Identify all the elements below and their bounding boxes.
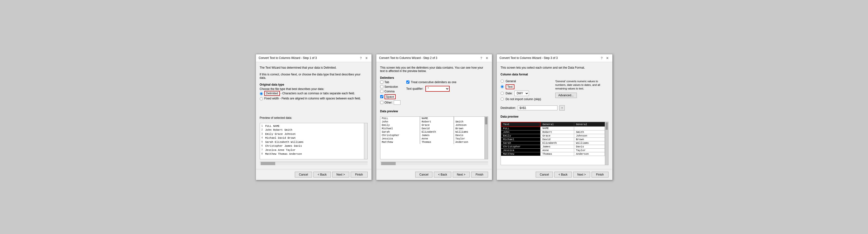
step3-back-button[interactable]: < Back xyxy=(554,172,571,178)
step3-skip-row: Do not import column (skip) xyxy=(501,98,541,101)
step1-fixed-item: Fixed width - Fields are aligned in colu… xyxy=(260,97,368,100)
step1-delimited-radio[interactable] xyxy=(260,92,263,95)
step1-back-button[interactable]: < Back xyxy=(313,172,331,178)
step1-original-data-section: Original data type Choose the file type … xyxy=(260,83,368,100)
step3-dialog: Convert Text to Columns Wizard - Step 3 … xyxy=(497,54,613,180)
step3-general-radio[interactable] xyxy=(501,80,504,83)
step3-destination-label: Destination: xyxy=(501,106,516,110)
step3-format-layout: General Text Date: DMY MDY YMD xyxy=(501,80,609,101)
preview-row-7: 7 Jessica Anne Taylor xyxy=(261,148,363,152)
table-row: Michael David Brown xyxy=(501,137,605,141)
step2-close-button[interactable]: ✕ xyxy=(485,56,489,60)
step1-fixed-label: Fixed width xyxy=(264,97,279,100)
step1-footer: Cancel < Back Next > Finish xyxy=(256,169,371,180)
step1-body: The Text Wizard has determined that your… xyxy=(256,62,371,169)
step2-comma-checkbox[interactable] xyxy=(380,90,383,93)
table-row: Emily Grace Johnson xyxy=(380,124,485,127)
step2-next-button[interactable]: Next > xyxy=(453,172,470,178)
step3-general-row: General xyxy=(501,80,541,83)
step2-cancel-button[interactable]: Cancel xyxy=(415,172,432,178)
table-row: Matthew Thomas Anderson xyxy=(380,140,485,144)
step2-other-checkbox[interactable] xyxy=(380,101,383,104)
step2-intro: This screen lets you set the delimiters … xyxy=(380,66,488,73)
step3-title: Convert Text to Columns Wizard - Step 3 … xyxy=(500,56,558,60)
step1-fixed-radio[interactable] xyxy=(260,97,263,100)
step2-preview-container: FULL NAME John Robert Smith Emily Grace xyxy=(380,116,488,159)
step2-back-button[interactable]: < Back xyxy=(434,172,451,178)
step2-qualifier-label: Text qualifier: xyxy=(406,87,424,90)
step2-tab-label: Tab xyxy=(384,80,389,84)
step1-fixed-label-wrap: Fixed width - Fields are aligned in colu… xyxy=(264,97,361,100)
table-row: Christopher James Davis xyxy=(501,145,605,148)
step2-semicolon-item: Semicolon xyxy=(380,85,401,88)
step3-date-radio[interactable] xyxy=(501,92,504,95)
table-row: Jessica Anne Taylor xyxy=(380,137,485,140)
table-row: Matthew Thomas Anderson xyxy=(501,152,605,156)
preview-row-4: 4 Michael David Brown xyxy=(261,136,363,140)
step3-finish-button[interactable]: Finish xyxy=(592,172,609,178)
step3-scroll-thumb xyxy=(606,123,608,130)
step3-destination-arrow-button[interactable]: ↑ xyxy=(559,105,565,110)
step3-general-desc: 'General' converts numeric values to num… xyxy=(555,80,609,91)
step1-close-button[interactable]: ✕ xyxy=(365,56,369,60)
step3-advanced-button[interactable]: Advanced... xyxy=(555,93,577,98)
step2-titlebar: Convert Text to Columns Wizard - Step 2 … xyxy=(376,54,492,62)
step3-close-button[interactable]: ✕ xyxy=(606,56,610,60)
step3-skip-radio[interactable] xyxy=(501,98,504,101)
table-row: Christopher James Davis xyxy=(380,134,485,137)
step1-help-button[interactable]: ? xyxy=(359,56,362,60)
step2-other-label: Other: xyxy=(384,101,393,104)
step2-other-input[interactable] xyxy=(394,100,401,105)
step2-delimiters-label: Delimiters xyxy=(380,76,488,80)
step2-semicolon-label: Semicolon xyxy=(384,85,398,88)
step1-delimited-label: Delimited xyxy=(264,91,280,96)
step2-hscroll-thumb xyxy=(381,162,396,165)
step1-finish-button[interactable]: Finish xyxy=(351,172,368,178)
step2-consecutive-label: Treat consecutive delimiters as one xyxy=(411,80,456,84)
step2-tab-checkbox[interactable] xyxy=(380,80,383,84)
step2-consecutive-row: Treat consecutive delimiters as one xyxy=(406,80,456,84)
step2-dialog: Convert Text to Columns Wizard - Step 2 … xyxy=(376,54,492,180)
step2-help-button[interactable]: ? xyxy=(479,56,483,60)
step3-next-button[interactable]: Next > xyxy=(573,172,590,178)
step2-finish-button[interactable]: Finish xyxy=(471,172,488,178)
step1-scrollbar[interactable] xyxy=(364,123,367,159)
step3-cancel-button[interactable]: Cancel xyxy=(536,172,553,178)
step2-space-checkbox[interactable] xyxy=(380,95,383,98)
step3-scrollbar[interactable] xyxy=(605,122,608,165)
step2-scrollbar[interactable] xyxy=(485,116,488,159)
step3-help-button[interactable]: ? xyxy=(600,56,603,60)
step3-preview-label: Data preview xyxy=(501,115,609,118)
preview-row-2: 2 John Robert Smith xyxy=(261,128,363,132)
step1-delimited-label-wrap: Delimited - Characters such as commas or… xyxy=(264,92,355,95)
step1-hscroll-thumb xyxy=(261,162,275,165)
preview-row-3: 3 Emily Grace Johnson xyxy=(261,132,363,136)
step2-semicolon-checkbox[interactable] xyxy=(380,85,383,88)
step3-destination-input[interactable] xyxy=(518,105,557,110)
step1-next-button[interactable]: Next > xyxy=(332,172,349,178)
step2-scroll-thumb xyxy=(485,117,487,124)
step3-general-label: General xyxy=(506,80,516,83)
step3-titlebar-actions: ? ✕ xyxy=(600,56,609,60)
step1-titlebar: Convert Text to Columns Wizard - Step 1 … xyxy=(256,54,371,62)
step2-delimiters-section: Delimiters Tab Semicolon Comma xyxy=(380,76,488,105)
step3-format-options: General Text Date: DMY MDY YMD xyxy=(501,80,541,101)
table-row: Sarah Elizabeth Williams xyxy=(380,130,485,134)
step2-space-item: Space xyxy=(380,94,401,99)
step1-hscrollbar[interactable] xyxy=(260,162,368,165)
step2-consecutive-checkbox[interactable] xyxy=(406,80,409,84)
step3-text-radio[interactable] xyxy=(501,85,504,88)
step2-hscrollbar[interactable] xyxy=(380,162,488,165)
table-row: Sarah Elizabeth Williams xyxy=(501,141,605,145)
step1-cancel-button[interactable]: Cancel xyxy=(295,172,312,178)
step1-choose-label: Choose the file type that best describes… xyxy=(260,87,368,91)
step2-qualifier-select[interactable]: " ' {none} xyxy=(426,86,450,92)
step2-delimiters-options: Tab Semicolon Comma Space xyxy=(380,80,488,105)
table-row: FULL NAME xyxy=(380,116,485,120)
step3-footer: Cancel < Back Next > Finish xyxy=(497,169,612,180)
step2-other-item: Other: xyxy=(380,100,401,105)
step2-title: Convert Text to Columns Wizard - Step 2 … xyxy=(379,56,437,60)
step2-body: This screen lets you set the delimiters … xyxy=(376,62,492,169)
step3-date-select[interactable]: DMY MDY YMD xyxy=(515,91,529,96)
step1-preview-label: Preview of selected data: xyxy=(260,116,368,120)
